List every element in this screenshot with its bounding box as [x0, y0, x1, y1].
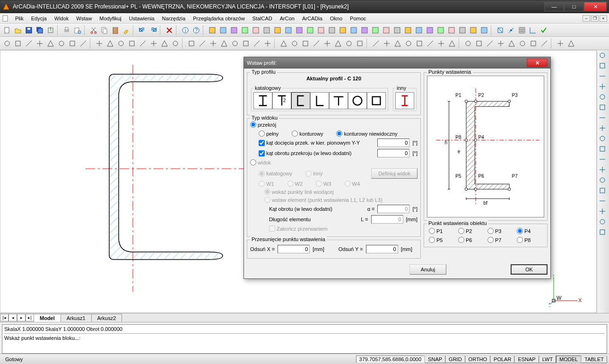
tool1-15-icon[interactable]	[370, 25, 381, 35]
tool2-6-icon[interactable]	[67, 38, 78, 49]
radio-konturowy[interactable]: konturowy	[292, 130, 323, 137]
radio-p5[interactable]: P5	[429, 237, 454, 243]
tool1-9-icon[interactable]	[305, 25, 315, 35]
tool2-25-icon[interactable]	[289, 38, 300, 49]
radio-konturowy-niewid[interactable]: konturowy niewidoczny	[336, 130, 397, 137]
paste-icon[interactable]	[110, 25, 121, 35]
tool1-20-icon[interactable]	[425, 25, 435, 35]
menu-arcon[interactable]: ArCon	[276, 15, 298, 22]
profile-T-button[interactable]	[329, 92, 348, 109]
redo-icon[interactable]	[148, 25, 158, 35]
tool1-3-icon[interactable]	[240, 25, 250, 35]
tool2-3-icon[interactable]	[35, 38, 45, 49]
info-icon[interactable]: i	[180, 25, 191, 35]
toggle-snap[interactable]: SNAP	[425, 355, 445, 363]
menu-przegladarka[interactable]: Przeglądarka obrazów	[189, 15, 248, 22]
tool1-14-icon[interactable]	[359, 25, 370, 35]
odsuny-input[interactable]	[366, 245, 398, 253]
tool2-14-icon[interactable]	[159, 38, 170, 49]
tool2-5-icon[interactable]	[56, 38, 67, 49]
tool1-11-icon[interactable]	[327, 25, 337, 35]
tool2-10-icon[interactable]	[116, 38, 126, 49]
menu-ustawienia[interactable]: Ustawienia	[125, 15, 158, 22]
toggle-ortho[interactable]: ORTHO	[465, 355, 491, 363]
brush-icon[interactable]	[121, 25, 131, 35]
tool1-16-icon[interactable]	[381, 25, 392, 35]
dialog-close-button[interactable]: ✕	[527, 59, 548, 67]
tool2-19-icon[interactable]	[219, 38, 229, 49]
tool2-35-icon[interactable]	[403, 38, 414, 49]
radio-p6[interactable]: P6	[458, 237, 484, 243]
tool2-41-icon[interactable]	[474, 38, 484, 49]
profile-C-button[interactable]	[291, 92, 310, 109]
radio-p3[interactable]: P3	[487, 228, 513, 234]
rtool-3-icon[interactable]	[598, 82, 608, 92]
tool2-11-icon[interactable]	[127, 38, 137, 49]
rtool-12-icon[interactable]	[598, 176, 608, 185]
kat-obrotu-przek-input[interactable]	[377, 149, 409, 157]
rtool-13-icon[interactable]	[598, 186, 608, 196]
menu-pomoc[interactable]: Pomoc	[346, 15, 370, 22]
tool2-7-icon[interactable]	[78, 38, 88, 49]
rtool-4-icon[interactable]	[598, 93, 608, 102]
tool2-43-icon[interactable]	[496, 38, 506, 49]
menu-modyfikuj[interactable]: Modyfikuj	[96, 15, 125, 22]
tool1-18-icon[interactable]	[403, 25, 413, 35]
tab-arkusz2[interactable]: Arkusz2	[91, 314, 122, 322]
menu-edycja[interactable]: Edycja	[27, 15, 51, 22]
cut-icon[interactable]	[88, 25, 99, 35]
command-window[interactable]: SkalaX 1.000000 SkalaY 1.000000 Obrot 0.…	[2, 324, 607, 354]
tool1-24-icon[interactable]	[468, 25, 478, 35]
tool2-15-icon[interactable]	[170, 38, 181, 49]
tool2-38-icon[interactable]	[436, 38, 446, 49]
tool2-21-icon[interactable]	[241, 38, 251, 49]
tool2-49-icon[interactable]	[566, 38, 576, 49]
tool2-24-icon[interactable]	[278, 38, 289, 49]
rtool-16-icon[interactable]	[598, 217, 608, 227]
tool2-23-icon[interactable]	[262, 38, 273, 49]
menu-arcadia[interactable]: ArCADia	[298, 15, 326, 22]
tool2-12-icon[interactable]	[138, 38, 148, 49]
tool2-34-icon[interactable]	[392, 38, 403, 49]
tool2-45-icon[interactable]	[517, 38, 528, 49]
odsunx-input[interactable]	[278, 245, 310, 253]
tool2-8-icon[interactable]	[94, 38, 104, 49]
menu-widok[interactable]: Widok	[51, 15, 73, 22]
tool2-30-icon[interactable]	[344, 38, 354, 49]
mdi-close[interactable]: ×	[600, 15, 607, 22]
mdi-restore[interactable]: ❐	[591, 15, 599, 22]
profile-T2-button[interactable]: 2	[272, 92, 291, 109]
dialog-title-bar[interactable]: Wstaw profil: ✕	[244, 57, 550, 69]
tab-next[interactable]: ▸	[17, 314, 26, 321]
saveall-icon[interactable]	[35, 25, 45, 35]
tool1-10-icon[interactable]	[316, 25, 326, 35]
axis-icon[interactable]	[528, 25, 538, 35]
tool1-1-icon[interactable]	[218, 25, 228, 35]
tool1-6-icon[interactable]	[272, 25, 283, 35]
copy-icon[interactable]	[99, 25, 110, 35]
tool2-4-icon[interactable]	[45, 38, 56, 49]
grid-icon[interactable]	[517, 25, 527, 35]
check-kat-dociecia[interactable]: kąt docięcia przek. w kier. pionowym Y-Y	[259, 140, 360, 146]
tab-model[interactable]: Model	[34, 314, 61, 322]
tool2-31-icon[interactable]	[355, 38, 365, 49]
rtool-14-icon[interactable]	[598, 197, 608, 206]
menu-okno[interactable]: Okno	[326, 15, 346, 22]
tool2-1-icon[interactable]	[13, 38, 23, 49]
tool2-48-icon[interactable]	[555, 38, 566, 49]
profile-box-button[interactable]	[367, 92, 386, 109]
ok-button[interactable]: OK	[511, 264, 548, 275]
check-kat-obrotu-przek[interactable]: kąt obrotu przekroju (w lewo dodatni)	[259, 150, 351, 156]
tool2-33-icon[interactable]	[382, 38, 392, 49]
rtool-0-icon[interactable]	[598, 51, 608, 61]
tool2-28-icon[interactable]	[322, 38, 332, 49]
rtool-15-icon[interactable]	[598, 207, 608, 217]
undo-icon[interactable]	[137, 25, 148, 35]
rtool-7-icon[interactable]	[598, 124, 608, 133]
tool2-22-icon[interactable]	[252, 38, 262, 49]
tool1-8-icon[interactable]	[294, 25, 304, 35]
tool1-25-icon[interactable]	[479, 25, 489, 35]
tool1-2-icon[interactable]	[229, 25, 239, 35]
tool2-32-icon[interactable]	[371, 38, 381, 49]
rtool-8-icon[interactable]	[598, 134, 608, 144]
